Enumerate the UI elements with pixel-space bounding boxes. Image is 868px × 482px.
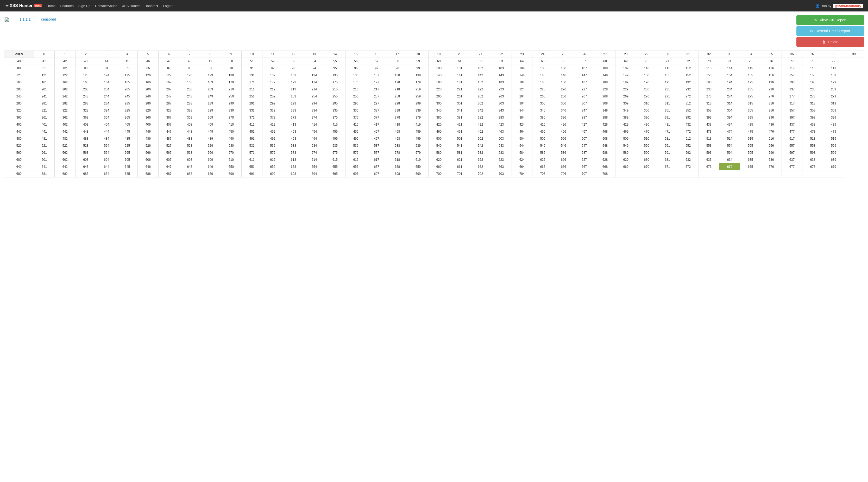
table-cell: 524 xyxy=(96,142,117,149)
table-cell: 414 xyxy=(304,121,324,128)
table-cell: 315 xyxy=(740,100,761,107)
table-cell: 314 xyxy=(719,100,740,107)
table-cell xyxy=(761,170,781,177)
table-cell: 412 xyxy=(262,121,283,128)
table-cell: 153 xyxy=(699,72,719,79)
table-cell: 570 xyxy=(221,149,242,156)
table-cell: 599 xyxy=(823,149,844,156)
table-cell: 210 xyxy=(221,86,242,93)
table-cell: 143 xyxy=(491,72,512,79)
delete-button[interactable]: 🗑 Delete xyxy=(797,37,864,47)
table-row: 4004014024034044054064074084094104114124… xyxy=(4,121,864,128)
table-cell: 176 xyxy=(345,79,366,86)
table-cell: 351 xyxy=(657,107,678,114)
nav-contact[interactable]: Contact/Abuse xyxy=(95,4,117,8)
table-cell: 264 xyxy=(512,93,532,100)
table-cell: 541 xyxy=(450,142,470,149)
table-cell: 253 xyxy=(283,93,304,100)
table-cell: 193 xyxy=(699,79,719,86)
table-cell: 292 xyxy=(262,100,283,107)
table-cell: 290 xyxy=(221,100,242,107)
table-cell: 155 xyxy=(740,72,761,79)
table-cell: 74 xyxy=(719,58,740,65)
table-cell: 447 xyxy=(159,128,179,135)
table-cell: 454 xyxy=(304,128,324,135)
table-cell: 529 xyxy=(200,142,221,149)
table-cell: 437 xyxy=(781,121,802,128)
table-cell: 266 xyxy=(553,93,574,100)
table-cell: 680 xyxy=(4,170,34,177)
table-cell: 272 xyxy=(678,93,699,100)
table-cell: 627 xyxy=(574,156,595,163)
table-cell: 89 xyxy=(200,65,221,72)
table-cell: 393 xyxy=(699,114,719,121)
table-cell: 133 xyxy=(283,72,304,79)
table-cell: 587 xyxy=(574,149,595,156)
table-cell: 462 xyxy=(470,128,491,135)
table-cell: 469 xyxy=(616,128,636,135)
table-cell: 407 xyxy=(159,121,179,128)
table-cell: 456 xyxy=(345,128,366,135)
table-cell: 589 xyxy=(616,149,636,156)
table-cell: 203 xyxy=(75,86,96,93)
table-cell: 223 xyxy=(491,86,512,93)
nav-features[interactable]: Features xyxy=(60,4,74,8)
table-cell: 328 xyxy=(179,107,200,114)
table-cell: 322 xyxy=(55,107,75,114)
table-cell: 295 xyxy=(324,100,345,107)
table-cell: 117 xyxy=(781,65,802,72)
table-row: 5205215225235245255265275285295305315325… xyxy=(4,142,864,149)
table-cell: 30 xyxy=(657,51,678,58)
nav-donate[interactable]: Donate ♥ xyxy=(145,4,158,8)
table-cell: 482 xyxy=(55,135,75,142)
number-table: PREV012345678910111213141516171819202122… xyxy=(4,51,864,177)
table-row: 8081828384858687888990919293949596979899… xyxy=(4,65,864,72)
table-cell: 375 xyxy=(324,114,345,121)
table-cell: 347 xyxy=(574,107,595,114)
table-cell: 222 xyxy=(470,86,491,93)
table-cell: 51 xyxy=(242,58,262,65)
table-cell: 131 xyxy=(242,72,262,79)
table-row: 6406416426436446456466476486496506516526… xyxy=(4,163,864,170)
nav-home[interactable]: Home xyxy=(46,4,56,8)
table-cell: 473 xyxy=(699,128,719,135)
table-cell: 263 xyxy=(491,93,512,100)
table-cell: 402 xyxy=(55,121,75,128)
table-cell: 602 xyxy=(55,156,75,163)
nav-signup[interactable]: Sign Up xyxy=(79,4,90,8)
table-cell: 181 xyxy=(450,79,470,86)
table-cell: 635 xyxy=(740,156,761,163)
table-cell: 202 xyxy=(55,86,75,93)
table-cell: 582 xyxy=(470,149,491,156)
table-cell: 398 xyxy=(802,114,823,121)
table-cell: 578 xyxy=(387,149,408,156)
table-cell: 255 xyxy=(324,93,345,100)
table-cell: 304 xyxy=(512,100,532,107)
table-cell: 492 xyxy=(262,135,283,142)
table-cell: 510 xyxy=(636,135,657,142)
table-cell: 8 xyxy=(200,51,221,58)
table-cell: 128 xyxy=(179,72,200,79)
table-cell: 338 xyxy=(387,107,408,114)
table-cell: 598 xyxy=(802,149,823,156)
nav-xsshunter[interactable]: XSS Hunter xyxy=(122,4,140,8)
table-row: 6806816826836846856866876886896906916926… xyxy=(4,170,864,177)
table-cell: 35 xyxy=(761,51,781,58)
table-cell: 234 xyxy=(719,86,740,93)
table-cell: 667 xyxy=(574,163,595,170)
table-cell: 686 xyxy=(138,170,159,177)
table-cell xyxy=(678,170,699,177)
table-cell: 424 xyxy=(512,121,532,128)
resend-email-report-button[interactable]: ✉ Resend Email Report xyxy=(797,26,864,36)
table-cell: 299 xyxy=(408,100,429,107)
table-cell: 296 xyxy=(345,100,366,107)
table-cell: 59 xyxy=(408,58,429,65)
nav-logout[interactable]: Logout xyxy=(163,4,174,8)
table-cell: 363 xyxy=(75,114,96,121)
table-cell: 355 xyxy=(740,107,761,114)
view-full-report-button[interactable]: 👁 View Full Report xyxy=(797,16,864,25)
trash-icon: 🗑 xyxy=(822,40,826,44)
table-cell: 366 xyxy=(138,114,159,121)
table-cell: 431 xyxy=(657,121,678,128)
table-cell: 428 xyxy=(595,121,616,128)
